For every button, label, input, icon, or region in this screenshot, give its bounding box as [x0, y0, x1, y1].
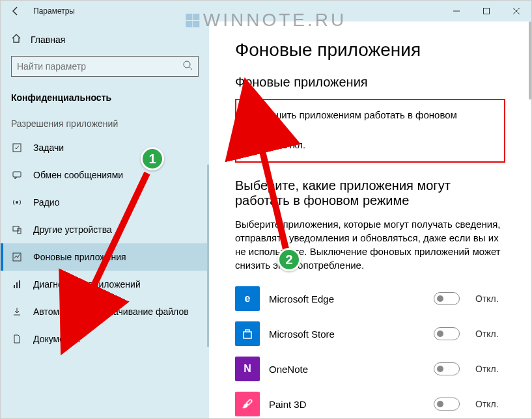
app-name: Microsoft Store	[269, 329, 425, 340]
section2-desc: Выберите приложения, которые могут получ…	[235, 217, 505, 272]
documents-icon	[11, 333, 23, 345]
sidebar-item-label: Радио	[33, 197, 59, 208]
svg-rect-14	[19, 280, 20, 288]
download-icon	[11, 306, 23, 318]
background-apps-icon	[11, 251, 23, 263]
app-name: Paint 3D	[269, 399, 425, 410]
sidebar-item-label: Диагностика приложений	[33, 279, 141, 290]
app-item: e Microsoft Edge Откл.	[235, 281, 505, 316]
app-toggle[interactable]	[434, 398, 460, 411]
svg-rect-12	[14, 285, 15, 288]
allow-toggle[interactable]	[247, 138, 273, 151]
svg-rect-1	[484, 8, 490, 14]
app-state: Откл.	[475, 364, 505, 374]
app-toggle[interactable]	[434, 362, 460, 375]
search-box[interactable]	[11, 56, 199, 77]
app-list: e Microsoft Edge Откл. Microsoft Store О…	[235, 281, 505, 418]
svg-rect-13	[16, 282, 18, 288]
app-state: Откл.	[475, 329, 505, 339]
paint3d-icon: 🖌	[235, 392, 260, 416]
messaging-icon	[11, 169, 23, 181]
app-name: Microsoft Edge	[269, 293, 425, 304]
sidebar-item-messaging[interactable]: Обмен сообщениями	[1, 161, 209, 189]
app-state: Откл.	[475, 293, 505, 304]
sidebar-item-label: Другие устройства	[33, 224, 112, 235]
app-item: Microsoft Store Откл.	[235, 316, 505, 351]
sidebar-item-label: Документы	[33, 334, 80, 344]
section-title: Конфиденциальность	[1, 87, 209, 108]
search-input[interactable]	[17, 61, 182, 72]
app-item: N OneNote Откл.	[235, 351, 505, 386]
home-label: Главная	[31, 34, 65, 45]
app-toggle[interactable]	[434, 292, 460, 305]
allow-label: Разрешить приложениям работать в фоновом…	[247, 109, 494, 131]
main-content: Фоновые приложения Фоновые приложения Ра…	[209, 21, 531, 418]
sidebar-item-label: Фоновые приложения	[33, 252, 126, 262]
main-scrollbar[interactable]	[529, 21, 531, 100]
sidebar-item-other-devices[interactable]: Другие устройства	[1, 216, 209, 243]
app-item: 🖌 Paint 3D Откл.	[235, 386, 505, 418]
page-title: Фоновые приложения	[235, 40, 505, 61]
diagnostics-icon	[11, 278, 23, 290]
radio-icon	[11, 196, 23, 208]
minimize-button[interactable]	[441, 1, 471, 21]
svg-rect-7	[13, 172, 21, 177]
section1-title: Фоновые приложения	[235, 75, 505, 90]
home-link[interactable]: Главная	[1, 28, 209, 51]
sidebar-item-radio[interactable]: Радио	[1, 189, 209, 216]
sidebar-item-auto-download[interactable]: Автоматическое скачивание файлов	[1, 298, 209, 325]
close-button[interactable]	[501, 1, 531, 21]
home-icon	[11, 33, 21, 46]
highlight-box: Разрешить приложениям работать в фоновом…	[235, 99, 505, 163]
titlebar: Параметры	[1, 1, 531, 21]
app-state: Откл.	[475, 399, 505, 409]
nav-list: Задачи Обмен сообщениями Радио Другие ус…	[1, 134, 209, 353]
svg-point-8	[16, 201, 18, 204]
onenote-icon: N	[235, 357, 260, 381]
devices-icon	[11, 224, 23, 236]
sidebar: Главная Конфиденциальность Разрешения пр…	[1, 21, 209, 418]
app-name: OneNote	[269, 364, 425, 375]
store-icon	[235, 321, 260, 346]
window-title: Параметры	[33, 7, 75, 16]
sidebar-item-label: Автоматическое скачивание файлов	[33, 306, 189, 317]
maximize-button[interactable]	[471, 1, 501, 21]
sidebar-item-label: Задачи	[33, 142, 64, 153]
edge-icon: e	[235, 286, 260, 311]
app-toggle[interactable]	[434, 327, 460, 340]
sidebar-item-app-diagnostics[interactable]: Диагностика приложений	[1, 271, 209, 298]
allow-state: Откл.	[281, 139, 305, 150]
sidebar-item-documents[interactable]: Документы	[1, 325, 209, 353]
sidebar-item-label: Обмен сообщениями	[33, 170, 123, 180]
section2-title: Выберите, какие приложения могут работат…	[235, 178, 505, 208]
tasks-icon	[11, 142, 23, 154]
sidebar-item-background-apps[interactable]: Фоновые приложения	[1, 243, 209, 271]
back-button[interactable]	[1, 1, 31, 21]
group-title: Разрешения приложений	[1, 108, 209, 134]
svg-line-5	[189, 67, 192, 70]
search-icon	[182, 60, 193, 73]
sidebar-item-tasks[interactable]: Задачи	[1, 134, 209, 161]
svg-point-4	[184, 61, 190, 68]
